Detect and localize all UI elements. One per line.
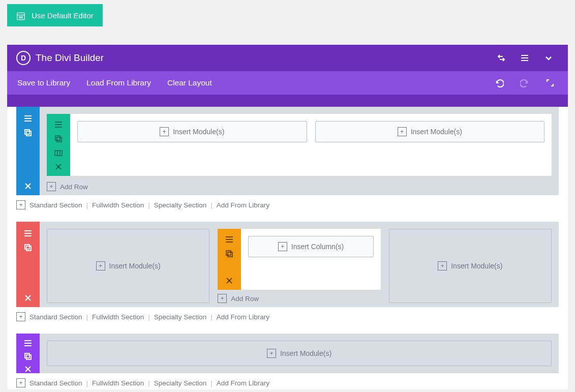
add-row-label: Add Row bbox=[231, 295, 259, 303]
columns-icon[interactable] bbox=[54, 148, 63, 158]
insert-module-button[interactable]: +Insert Module(s) bbox=[315, 121, 545, 142]
svg-rect-42 bbox=[26, 355, 31, 359]
close-icon[interactable] bbox=[24, 294, 32, 307]
standard-section-link[interactable]: Standard Section bbox=[29, 201, 82, 209]
expand-chevron-icon[interactable] bbox=[543, 53, 554, 63]
duplicate-icon[interactable] bbox=[54, 134, 63, 143]
add-row-label: Add Row bbox=[60, 183, 88, 191]
section-specialty: +Insert Module(s) +Insert Column( bbox=[16, 222, 559, 307]
section-add-links: + Standard Section| Fullwidth Section| S… bbox=[7, 373, 568, 387]
use-default-editor-button[interactable]: Use Default Editor bbox=[7, 4, 103, 26]
close-icon[interactable] bbox=[54, 163, 63, 176]
save-to-library-link[interactable]: Save to Library bbox=[17, 78, 70, 87]
insert-module-button[interactable]: +Insert Module(s) bbox=[47, 229, 209, 303]
insert-module-label: Insert Module(s) bbox=[109, 262, 161, 270]
svg-rect-11 bbox=[26, 131, 31, 136]
builder-body: +Insert Module(s) +Insert Module(s) +Add… bbox=[7, 107, 568, 389]
row-handle-orange bbox=[218, 229, 241, 290]
load-from-library-link[interactable]: Load From Library bbox=[86, 78, 151, 87]
insert-module-label: Insert Module(s) bbox=[173, 128, 224, 136]
row-handle-green bbox=[47, 114, 70, 176]
use-default-editor-label: Use Default Editor bbox=[32, 11, 94, 20]
section-handle-purple bbox=[16, 334, 40, 373]
add-from-library-link[interactable]: Add From Library bbox=[217, 201, 269, 209]
section-add-links: + Standard Section| Fullwidth Section| S… bbox=[7, 195, 568, 209]
expand-fullscreen-icon[interactable] bbox=[546, 78, 555, 87]
section-handle-red bbox=[16, 222, 40, 307]
hamburger-icon[interactable] bbox=[23, 114, 33, 123]
add-row-button[interactable]: +Add Row bbox=[218, 290, 380, 303]
duplicate-icon[interactable] bbox=[225, 249, 234, 258]
plus-icon[interactable]: + bbox=[16, 312, 25, 321]
fullwidth-section-link[interactable]: Fullwidth Section bbox=[92, 379, 144, 387]
swap-icon[interactable] bbox=[497, 53, 506, 63]
panel-toolbar: Save to Library Load From Library Clear … bbox=[7, 71, 568, 95]
section-add-links: + Standard Section| Fullwidth Section| S… bbox=[7, 307, 568, 321]
fullwidth-section-link[interactable]: Fullwidth Section bbox=[92, 201, 144, 209]
editor-icon bbox=[16, 11, 25, 20]
divi-builder-panel: D The Divi Builder Save to Library Load … bbox=[7, 45, 568, 389]
insert-column-label: Insert Column(s) bbox=[291, 243, 344, 251]
close-icon[interactable] bbox=[24, 182, 32, 195]
duplicate-icon[interactable] bbox=[23, 128, 33, 137]
plus-icon[interactable]: + bbox=[16, 200, 25, 209]
svg-rect-35 bbox=[228, 252, 232, 257]
specialty-section-link[interactable]: Specialty Section bbox=[154, 313, 207, 321]
divi-logo-icon: D bbox=[16, 51, 31, 65]
add-from-library-link[interactable]: Add From Library bbox=[217, 313, 269, 321]
clear-layout-link[interactable]: Clear Layout bbox=[167, 78, 212, 87]
panel-title: The Divi Builder bbox=[36, 52, 497, 64]
specialty-section-link[interactable]: Specialty Section bbox=[154, 201, 207, 209]
section-fullwidth: +Insert Module(s) bbox=[16, 334, 559, 373]
hamburger-icon[interactable] bbox=[54, 120, 63, 129]
close-icon[interactable] bbox=[225, 277, 233, 290]
hamburger-icon[interactable] bbox=[225, 235, 234, 244]
close-icon[interactable] bbox=[24, 365, 32, 373]
svg-rect-34 bbox=[226, 251, 231, 255]
section-handle-blue bbox=[16, 107, 40, 195]
insert-module-label: Insert Module(s) bbox=[280, 349, 331, 357]
svg-rect-17 bbox=[55, 136, 60, 140]
svg-rect-18 bbox=[57, 137, 62, 142]
undo-icon[interactable] bbox=[495, 78, 504, 87]
standard-section-link[interactable]: Standard Section bbox=[29, 379, 82, 387]
duplicate-icon[interactable] bbox=[23, 243, 33, 252]
specialty-section-link[interactable]: Specialty Section bbox=[154, 379, 207, 387]
panel-header: D The Divi Builder bbox=[7, 45, 568, 71]
fullwidth-section-link[interactable]: Fullwidth Section bbox=[92, 313, 144, 321]
insert-module-label: Insert Module(s) bbox=[411, 128, 462, 136]
plus-icon[interactable]: + bbox=[16, 378, 25, 387]
insert-module-label: Insert Module(s) bbox=[451, 262, 502, 270]
insert-module-button[interactable]: +Insert Module(s) bbox=[77, 121, 307, 142]
svg-rect-0 bbox=[17, 13, 25, 19]
hamburger-icon[interactable] bbox=[23, 229, 33, 238]
insert-column-button[interactable]: +Insert Column(s) bbox=[248, 236, 373, 257]
insert-module-button[interactable]: +Insert Module(s) bbox=[47, 341, 552, 366]
hamburger-icon[interactable] bbox=[23, 339, 33, 348]
add-from-library-link[interactable]: Add From Library bbox=[217, 379, 269, 387]
svg-rect-41 bbox=[25, 353, 29, 358]
svg-rect-28 bbox=[26, 246, 31, 251]
add-row-button[interactable]: +Add Row bbox=[47, 178, 552, 191]
svg-rect-10 bbox=[25, 130, 29, 134]
svg-rect-19 bbox=[55, 150, 62, 156]
menu-icon[interactable] bbox=[520, 53, 529, 63]
svg-rect-27 bbox=[25, 245, 29, 249]
duplicate-icon[interactable] bbox=[23, 352, 33, 361]
standard-section-link[interactable]: Standard Section bbox=[29, 313, 82, 321]
section-standard: +Insert Module(s) +Insert Module(s) +Add… bbox=[16, 107, 559, 195]
redo-icon[interactable] bbox=[520, 78, 529, 87]
insert-module-button[interactable]: +Insert Module(s) bbox=[389, 229, 552, 303]
